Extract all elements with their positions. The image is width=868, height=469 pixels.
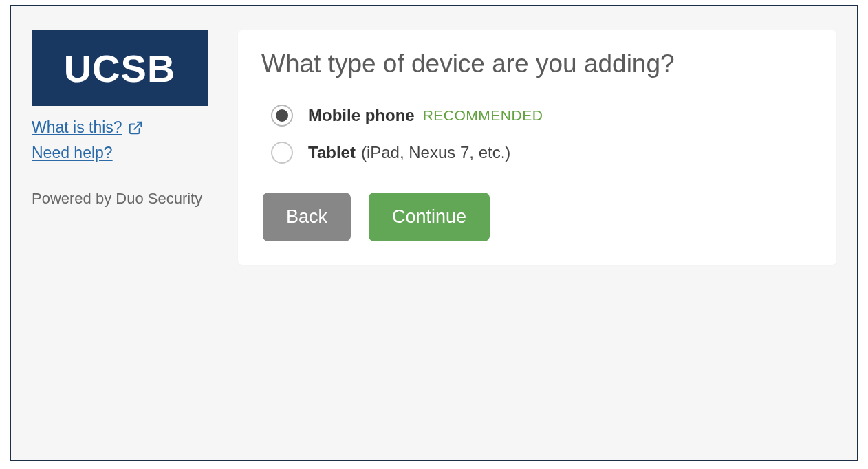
continue-button[interactable]: Continue	[369, 193, 490, 241]
button-row: Back Continue	[263, 193, 813, 241]
device-options: Mobile phone RECOMMENDED Tablet (iPad, N…	[271, 105, 813, 164]
option-tablet[interactable]: Tablet (iPad, Nexus 7, etc.)	[271, 142, 813, 164]
sidebar: UCSB What is this? Need help? Powered by…	[32, 30, 238, 439]
option-label-tablet: Tablet	[308, 143, 356, 162]
radio-tablet[interactable]	[271, 142, 293, 164]
what-is-this-link[interactable]: What is this?	[32, 118, 122, 137]
page-title: What type of device are you adding?	[261, 50, 813, 78]
need-help-row: Need help?	[32, 144, 224, 162]
main-card: What type of device are you adding? Mobi…	[238, 30, 836, 265]
external-link-icon	[128, 120, 143, 135]
option-extra-tablet: (iPad, Nexus 7, etc.)	[361, 143, 510, 162]
need-help-link[interactable]: Need help?	[32, 144, 113, 162]
svg-line-0	[134, 122, 141, 129]
sidebar-links: What is this? Need help?	[32, 118, 224, 162]
back-button[interactable]: Back	[263, 193, 351, 241]
duo-frame: UCSB What is this? Need help? Powered by…	[10, 5, 858, 461]
option-label-mobile-phone: Mobile phone	[308, 106, 415, 125]
option-mobile-phone[interactable]: Mobile phone RECOMMENDED	[271, 105, 813, 127]
logo: UCSB	[32, 30, 208, 106]
logo-text: UCSB	[64, 46, 176, 91]
recommended-badge: RECOMMENDED	[423, 107, 543, 124]
radio-selected-dot	[276, 109, 288, 122]
radio-mobile-phone[interactable]	[271, 105, 293, 127]
what-is-this-row: What is this?	[32, 118, 224, 137]
powered-by-text: Powered by Duo Security	[32, 190, 224, 208]
